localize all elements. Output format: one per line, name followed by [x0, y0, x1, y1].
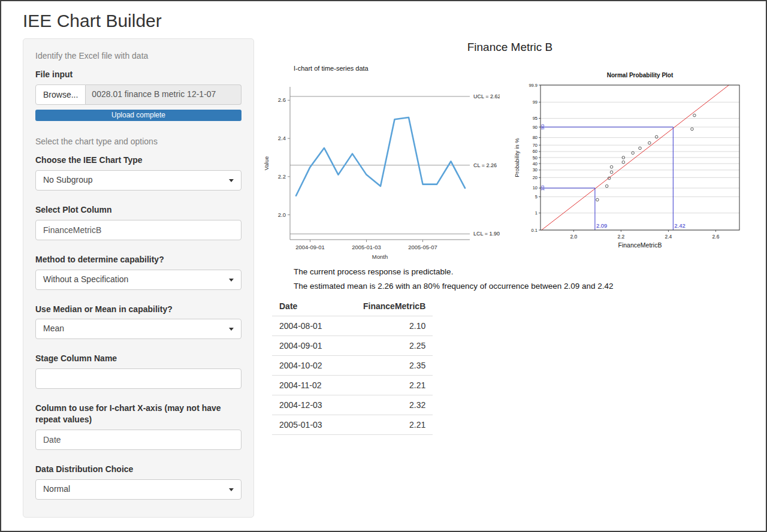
main-content: Finance Metric B I-chart of time-series … — [254, 38, 766, 435]
xaxis-column-group: Column to use for I-chart X-axis (may no… — [35, 403, 241, 450]
svg-text:2005-05-07: 2005-05-07 — [408, 244, 437, 250]
charts-row: I-chart of time-series dataUCL = 2.62CL … — [260, 54, 760, 264]
cell-date: 2004-11-02 — [272, 376, 356, 395]
svg-text:FinanceMetricB: FinanceMetricB — [618, 241, 662, 249]
distribution-select[interactable]: Normal — [35, 479, 241, 500]
i-chart: I-chart of time-series dataUCL = 2.62CL … — [260, 54, 500, 264]
svg-text:40: 40 — [533, 161, 537, 167]
chart-type-label: Choose the IEE Chart Type — [35, 155, 241, 166]
svg-text:0.1: 0.1 — [532, 228, 537, 233]
capability-method-label: Method to determine capability? — [35, 254, 241, 265]
svg-text:Normal Probability Plot: Normal Probability Plot — [607, 72, 674, 78]
cell-value: 2.32 — [356, 395, 433, 415]
plot-column-label: Select Plot Column — [35, 204, 241, 216]
file-input: Browse... 0028.01 finance B metric 12-1-… — [35, 84, 241, 105]
capability-method-select[interactable]: Without a Specification — [35, 270, 241, 290]
svg-text:2005-01-03: 2005-01-03 — [352, 244, 381, 250]
app-title: IEE Chart Builder — [23, 11, 766, 31]
svg-text:CL = 2.26: CL = 2.26 — [473, 162, 497, 168]
svg-text:60: 60 — [533, 149, 537, 154]
svg-text:2.2: 2.2 — [617, 234, 624, 240]
cell-value: 2.21 — [356, 415, 433, 435]
distribution-group: Data Distribution Choice Normal — [35, 464, 241, 500]
chart-options-hint: Select the chart type and options — [35, 137, 241, 146]
table-row: 2004-09-012.25 — [272, 336, 433, 356]
svg-text:2.6: 2.6 — [278, 96, 286, 103]
svg-text:95: 95 — [533, 116, 537, 121]
capability-method-group: Method to determine capability? Without … — [35, 254, 241, 290]
svg-text:Value: Value — [263, 156, 270, 171]
chart-type-value: No Subgroup — [43, 175, 93, 185]
note-estimate: The estimated mean is 2.26 with an 80% f… — [294, 282, 760, 291]
cell-date: 2005-01-03 — [272, 415, 356, 435]
svg-text:20: 20 — [533, 175, 537, 180]
svg-text:30: 30 — [533, 167, 537, 173]
cell-date: 2004-08-01 — [272, 316, 356, 336]
svg-text:2.42: 2.42 — [674, 222, 686, 229]
table-row: 2004-11-022.21 — [272, 376, 433, 395]
col-header-date[interactable]: Date — [272, 297, 356, 316]
svg-text:10: 10 — [533, 185, 537, 191]
svg-text:50: 50 — [533, 155, 537, 161]
svg-text:2.09: 2.09 — [596, 222, 608, 229]
svg-text:2.4: 2.4 — [665, 234, 672, 240]
summary-notes: The current process response is predicta… — [294, 267, 760, 291]
svg-text:5: 5 — [535, 194, 537, 200]
cell-value: 2.35 — [356, 356, 433, 376]
table-row: 2004-10-022.35 — [272, 356, 433, 376]
col-header-metric[interactable]: FinanceMetricB — [356, 297, 433, 316]
svg-text:80: 80 — [533, 135, 537, 140]
svg-text:99.9: 99.9 — [529, 83, 537, 88]
svg-text:2.6: 2.6 — [712, 234, 720, 240]
svg-text:90: 90 — [533, 125, 537, 130]
cell-date: 2004-09-01 — [272, 336, 356, 356]
xaxis-column-input[interactable] — [35, 430, 241, 450]
svg-text:2.0: 2.0 — [570, 234, 577, 240]
svg-text:UCL = 2.62: UCL = 2.62 — [473, 93, 500, 99]
svg-text:Month: Month — [372, 253, 388, 260]
stage-column-label: Stage Column Name — [35, 353, 241, 364]
chevron-down-icon — [229, 279, 234, 282]
main-chart-title: Finance Metric B — [260, 41, 760, 54]
upload-progress-label: Upload complete — [111, 111, 165, 119]
note-predictable: The current process response is predicta… — [294, 267, 760, 276]
svg-text:2.2: 2.2 — [278, 173, 286, 180]
data-table: Date FinanceMetricB 2004-08-012.102004-0… — [272, 297, 433, 435]
chart-type-group: Choose the IEE Chart Type No Subgroup — [35, 155, 241, 191]
table-row: 2004-08-012.10 — [272, 316, 433, 336]
cell-value: 2.21 — [356, 376, 433, 395]
cell-value: 2.25 — [356, 336, 433, 356]
browse-button[interactable]: Browse... — [35, 84, 86, 105]
capability-stat-select[interactable]: Mean — [35, 319, 241, 339]
file-input-group: File input Browse... 0028.01 finance B m… — [35, 69, 241, 121]
chart-type-select[interactable]: No Subgroup — [35, 170, 241, 191]
sidebar-panel: Identify the Excel file with data File i… — [23, 38, 254, 518]
svg-text:2.0: 2.0 — [278, 211, 286, 218]
svg-text:I-chart of time-series data: I-chart of time-series data — [294, 65, 369, 72]
capability-method-value: Without a Specification — [43, 274, 128, 284]
chevron-down-icon — [229, 179, 234, 182]
table-row: 2005-01-032.21 — [272, 415, 433, 435]
capability-stat-group: Use Median or Mean in capability? Mean — [35, 304, 241, 340]
table-row: 2004-12-032.32 — [272, 395, 433, 415]
plot-column-group: Select Plot Column — [35, 204, 241, 240]
plot-column-input[interactable] — [35, 220, 241, 240]
table-header-row: Date FinanceMetricB — [272, 297, 433, 316]
layout: Identify the Excel file with data File i… — [1, 38, 766, 518]
distribution-label: Data Distribution Choice — [35, 464, 241, 475]
svg-text:Probability in %: Probability in % — [514, 138, 520, 177]
file-section-hint: Identify the Excel file with data — [35, 51, 241, 61]
svg-text:1: 1 — [535, 210, 537, 216]
file-input-label: File input — [35, 69, 241, 80]
cell-date: 2004-12-03 — [272, 395, 356, 415]
svg-text:70: 70 — [533, 143, 537, 148]
distribution-value: Normal — [43, 484, 70, 494]
file-name-field: 0028.01 finance B metric 12-1-07 — [86, 84, 241, 105]
normal-probability-plot: Normal Probability Plot0.115102030405060… — [512, 61, 751, 262]
xaxis-column-label: Column to use for I-chart X-axis (may no… — [35, 403, 241, 425]
stage-column-input[interactable] — [35, 368, 241, 389]
chevron-down-icon — [229, 328, 234, 331]
capability-stat-value: Mean — [43, 324, 64, 333]
svg-text:LCL = 1.90: LCL = 1.90 — [473, 231, 500, 237]
upload-progress-bar: Upload complete — [35, 110, 241, 121]
